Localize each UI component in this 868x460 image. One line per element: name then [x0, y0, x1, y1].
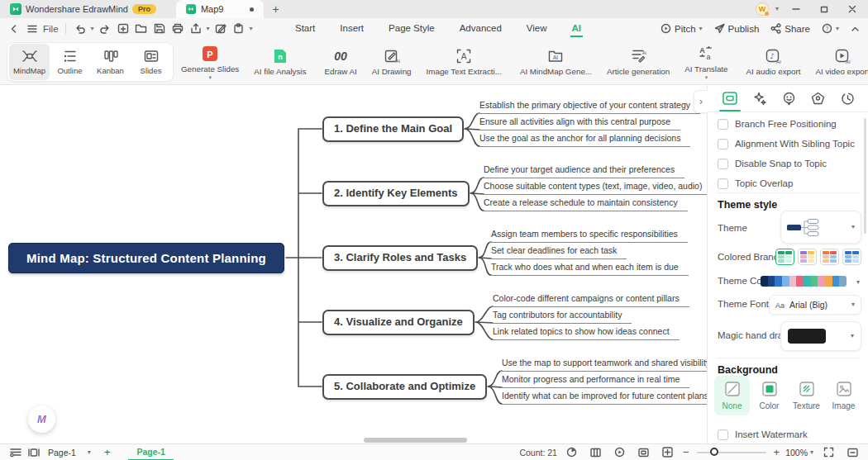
colored-branch-swatch-1[interactable] [775, 249, 794, 265]
mode-mindmap[interactable]: MindMap [9, 44, 50, 80]
checkbox-icon[interactable] [718, 178, 728, 189]
checkbox-icon[interactable] [718, 159, 728, 169]
menu-advanced[interactable]: Advanced [458, 21, 503, 37]
background-image-option[interactable]: Image [826, 376, 861, 415]
checkbox-alignment-with-sibling-topic[interactable]: Alignment With Sibling Topic [718, 136, 855, 151]
colored-branch-swatch-3[interactable] [820, 249, 839, 265]
tool-ai-translate[interactable]: Aa AI Translate ▾ [677, 42, 735, 82]
mindmap-subtopic[interactable]: Assign team members to specific responsi… [489, 228, 688, 243]
mindmap-subtopic[interactable]: Ensure all activities align with this ce… [478, 116, 680, 130]
colored-branch-swatch-2[interactable] [798, 249, 817, 265]
checkbox-branch-free-positioning[interactable]: Branch Free Positioning [718, 116, 837, 131]
checkbox-disable-snap-to-topic[interactable]: Disable Snap to Topic [718, 156, 827, 171]
background-color-option[interactable]: Color [751, 376, 787, 415]
publish-button[interactable]: Publish [714, 23, 760, 34]
checkbox-icon[interactable] [718, 139, 728, 149]
minimize-button[interactable] [785, 0, 807, 18]
background-texture-option[interactable]: Texture [789, 376, 824, 415]
ai-assistant-button[interactable]: M [28, 405, 55, 433]
sticker-pin-icon[interactable] [776, 86, 801, 111]
mindmap-subtopic[interactable]: Color-code different campaigns or conten… [491, 292, 689, 307]
mode-slides[interactable]: Slides [131, 44, 171, 80]
presentation-play-icon[interactable] [611, 444, 629, 460]
undo-chevron-down-icon[interactable]: ▾ [91, 26, 94, 32]
mindmap-main-topic[interactable]: 5. Collaborate and Optimize [322, 374, 487, 400]
panel-collapse-button[interactable]: › [694, 90, 708, 113]
columns-view-icon[interactable] [587, 444, 605, 460]
zoom-slider[interactable] [697, 452, 766, 453]
share-button[interactable]: Share [770, 23, 810, 34]
tool-edraw-ai[interactable]: 00 Edraw AI [317, 42, 364, 82]
mode-outline[interactable]: Outline [50, 44, 90, 80]
maximize-button[interactable] [813, 0, 835, 18]
active-page-tab[interactable]: Page-1 [128, 444, 173, 460]
app-tab[interactable]: Wondershare EdrawMind Pro [0, 0, 165, 18]
add-page-button[interactable]: + [104, 446, 111, 458]
pitch-button[interactable]: Pitch▾ [661, 23, 703, 34]
pentagon-theme-icon[interactable] [806, 86, 831, 111]
page-list-icon[interactable] [7, 444, 25, 460]
mode-kanban[interactable]: Kanban [90, 44, 131, 80]
tool-ai-video-export[interactable]: AI AI video export [808, 42, 868, 82]
zoom-in-button[interactable]: + [774, 446, 780, 458]
collapse-ribbon-icon[interactable] [851, 26, 860, 32]
open-folder-icon[interactable] [134, 21, 149, 36]
mindmap-subtopic[interactable]: Use the goal as the anchor for all plann… [478, 132, 690, 147]
new-document-icon[interactable] [116, 21, 131, 36]
user-avatar[interactable]: W [756, 2, 769, 16]
magic-hand-drawing-selector[interactable]: ▾ [780, 321, 861, 351]
background-none-option[interactable]: None [714, 376, 750, 415]
menu-insert[interactable]: Insert [338, 21, 365, 37]
theme-selector[interactable]: ▾ [780, 211, 861, 244]
zoom-out-button[interactable]: − [683, 446, 689, 458]
save-icon[interactable] [152, 21, 167, 36]
clipboard-icon[interactable] [231, 21, 246, 36]
export-chevron-down-icon[interactable]: ▾ [207, 26, 210, 32]
file-menu[interactable]: File [43, 21, 59, 36]
tool-image-text-extraction[interactable]: A Image Text Extracti... [419, 42, 509, 82]
fit-topic-icon[interactable] [635, 444, 653, 460]
colored-branch-swatch-4[interactable] [842, 249, 861, 265]
page-dropdown[interactable]: Page-1 ▾ [48, 448, 91, 458]
theme-color-chevron-icon[interactable]: ▾ [856, 279, 860, 286]
magic-wand-icon[interactable] [747, 86, 772, 111]
timer-icon[interactable] [563, 444, 581, 460]
mindmap-main-topic[interactable]: 3. Clarify Roles and Tasks [322, 245, 478, 271]
checkbox-topic-overlap[interactable]: Topic Overlap [718, 176, 793, 191]
mindmap-subtopic[interactable]: Link related topics to show how ideas co… [491, 325, 680, 340]
mindmap-subtopic[interactable]: Use the map to support teamwork and shar… [500, 357, 707, 372]
fullscreen-icon[interactable] [819, 444, 837, 460]
checkbox-icon[interactable] [718, 429, 728, 440]
checkbox-icon[interactable] [718, 119, 728, 130]
back-button[interactable] [7, 21, 21, 36]
close-button[interactable] [842, 0, 863, 18]
mindmap-main-topic[interactable]: 1. Define the Main Goal [322, 116, 464, 142]
menu-ai[interactable]: AI [570, 21, 584, 37]
mindmap-subtopic[interactable]: Define your target audience and their pr… [482, 164, 684, 178]
menu-page-style[interactable]: Page Style [387, 21, 436, 37]
collapse-statusbar-icon[interactable] [843, 444, 861, 460]
tool-generate-slides[interactable]: P Generate Slides ▾ [174, 42, 246, 82]
checkbox-insert-watermark[interactable]: Insert Watermark [718, 427, 808, 442]
mindmap-main-topic[interactable]: 4. Visualize and Organize [322, 310, 475, 335]
mindmap-canvas[interactable]: M Mind Map: Structured Content Planning1… [0, 85, 707, 443]
mindmap-subtopic[interactable]: Track who does what and when each item i… [489, 261, 689, 276]
help-button[interactable]: ? ▾ [822, 23, 839, 34]
undo-button[interactable] [73, 21, 88, 36]
mindmap-subtopic[interactable]: Identify what can be improved for future… [500, 390, 707, 405]
tool-ai-file-analysis[interactable]: n AI file Analysis [246, 42, 313, 82]
menu-view[interactable]: View [525, 21, 549, 37]
more-tools-chevron-icon[interactable]: ▾ [250, 26, 253, 32]
zoom-fit-icon[interactable] [659, 444, 677, 460]
tool-ai-audio-export[interactable]: ♪AI AI audio export [739, 42, 808, 82]
new-tab-button[interactable]: + [264, 0, 287, 18]
layout-card-icon[interactable] [718, 86, 742, 111]
mindmap-main-topic[interactable]: 2. Identify Key Elements [322, 181, 470, 206]
tool-ai-mindmap-generation[interactable]: AI AI MindMap Gene... [513, 42, 599, 82]
tool-ai-drawing[interactable]: AI AI Drawing [365, 42, 419, 82]
print-icon[interactable] [170, 21, 185, 36]
mindmap-subtopic[interactable]: Set clear deadlines for each task [489, 244, 627, 259]
page-panel-icon[interactable] [25, 444, 43, 460]
menu-start[interactable]: Start [293, 21, 317, 37]
mindmap-subtopic[interactable]: Tag contributors for accountability [491, 309, 632, 324]
